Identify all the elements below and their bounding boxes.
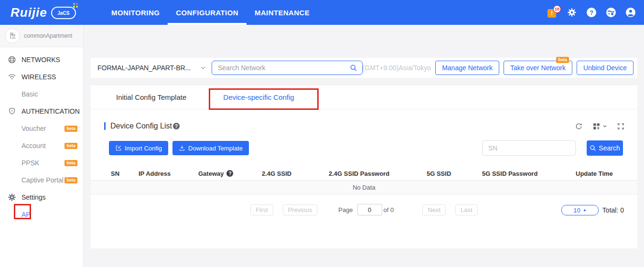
pagination-controls: First Previous Page of 0 Next Last (91, 204, 637, 215)
brand-sub-text: JaCS (57, 11, 69, 16)
beta-badge: beta (64, 177, 77, 183)
manage-network-button[interactable]: Manage Network (435, 61, 499, 75)
sidebar-item-voucher[interactable]: Voucher beta (0, 120, 83, 137)
settings-gear-icon[interactable] (567, 8, 577, 17)
tab-device-specific-config[interactable]: Device-specific Config (211, 85, 306, 109)
import-icon (115, 145, 122, 151)
sidebar-item-networks[interactable]: NETWORKS (0, 51, 83, 68)
wifi-icon (8, 73, 16, 81)
sidebar-item-ap[interactable]: AP (0, 206, 83, 223)
sidebar-nav: NETWORKS WIRELESS Basic AUTHENTICATION (0, 47, 83, 223)
expand-icon[interactable] (617, 122, 625, 130)
col-24g-ssid: 2.4G SSID (262, 170, 329, 177)
account-icon[interactable] (626, 8, 635, 17)
timezone-label: (GMT+9:00)Asia/Tokyo (363, 64, 431, 72)
device-config-list-header: Device Config List ? (91, 118, 637, 134)
sn-search-input[interactable] (482, 140, 576, 156)
nav-configuration[interactable]: CONFIGURATION (168, 0, 247, 25)
notification-count-badge: 10 (553, 5, 561, 13)
unbind-device-button[interactable]: Unbind Device (577, 61, 633, 75)
help-icon[interactable]: ? (587, 8, 596, 17)
notification-icon[interactable]: ! 10 (547, 8, 557, 17)
col-sn: SN (111, 170, 139, 177)
config-tabs: Initial Config Template Device-specific … (91, 85, 637, 109)
col-ip-address: IP Address (139, 170, 198, 177)
sidebar-item-basic[interactable]: Basic (0, 85, 83, 103)
column-settings-icon[interactable] (592, 122, 607, 130)
network-selector-value: FORMAL-JAPAN_APART-BR... (97, 64, 191, 72)
top-bar: Ruijie JaCS MONITORING CONFIGURATION MAI… (0, 0, 644, 25)
beta-badge: beta (556, 57, 569, 63)
page-of-total-label: of 0 (384, 206, 394, 214)
globe-icon (8, 55, 16, 64)
account-name: commonApartment (24, 32, 72, 39)
beta-badge: beta (64, 160, 77, 166)
beta-badge: beta (64, 126, 77, 132)
sidebar: commonApartment NETWORKS WIRELESS Basic (0, 25, 84, 267)
network-search-input[interactable] (212, 64, 362, 72)
network-search-box (212, 61, 363, 75)
account-strip: commonApartment (0, 25, 83, 47)
chevron-down-icon (602, 124, 607, 128)
brand-text: Ruijie (11, 6, 47, 19)
col-24g-ssid-password: 2.4G SSID Password (329, 170, 427, 177)
download-template-button[interactable]: Download Template (172, 141, 249, 155)
nav-monitoring[interactable]: MONITORING (103, 0, 168, 25)
col-5g-ssid-password: 5G SSID Password (482, 170, 576, 177)
sidebar-item-ppsk[interactable]: PPSK beta (0, 154, 83, 171)
page-label: Page (338, 206, 353, 214)
tab-initial-config-template[interactable]: Initial Config Template (104, 85, 198, 109)
col-gateway: Gateway ? (198, 170, 262, 177)
sidebar-item-wireless[interactable]: WIRELESS (0, 68, 83, 85)
top-navigation: MONITORING CONFIGURATION MAINTENANCE (103, 0, 318, 25)
sidebar-item-captive-portal[interactable]: Captive Portal beta (0, 171, 83, 189)
device-config-table: SN IP Address Gateway ? 2.4G SSID 2.4G S… (91, 167, 637, 194)
language-globe-icon[interactable] (606, 8, 616, 17)
network-toolbar: FORMAL-JAPAN_APART-BR... (GMT+9:00)Asia/… (91, 58, 637, 78)
empty-state-row: No Data (91, 181, 637, 194)
pagination: First Previous Page of 0 Next Last 10 ▲ … (91, 204, 637, 218)
network-selector-dropdown[interactable]: FORMAL-JAPAN_APART-BR... (97, 64, 208, 72)
shield-icon (8, 107, 16, 116)
list-actions-row: Import Config Download Template Search (91, 140, 637, 156)
ruijie-logo: Ruijie JaCS (0, 0, 96, 25)
account-avatar-icon[interactable] (5, 28, 20, 43)
config-panel: Initial Config Template Device-specific … (91, 85, 637, 248)
sidebar-item-authentication[interactable]: AUTHENTICATION (0, 103, 83, 120)
chevron-up-icon: ▲ (583, 208, 587, 212)
import-config-button[interactable]: Import Config (109, 141, 168, 155)
page-number-input[interactable] (357, 204, 382, 215)
total-count-label: Total: 0 (602, 206, 624, 214)
table-header-row: SN IP Address Gateway ? 2.4G SSID 2.4G S… (91, 167, 637, 181)
last-page-button[interactable]: Last (455, 204, 478, 215)
nav-maintenance[interactable]: MAINTENANCE (247, 0, 318, 25)
chevron-down-icon (200, 65, 206, 71)
panel-tools (575, 122, 625, 130)
cloud-dots-decoration (73, 3, 78, 8)
top-actions: ! 10 ? (547, 0, 644, 25)
refresh-icon[interactable] (575, 122, 583, 130)
title-accent-bar (104, 122, 106, 130)
search-icon (590, 145, 596, 151)
help-tooltip-icon[interactable]: ? (173, 123, 180, 129)
panel-title: Device Config List (110, 122, 172, 130)
col-update-time: Update Time (576, 170, 637, 177)
take-over-network-button[interactable]: Take over Network beta (504, 61, 572, 75)
first-page-button[interactable]: First (250, 204, 273, 215)
jacs-cloud-logo: JaCS (51, 7, 76, 19)
sidebar-item-account[interactable]: Account beta (0, 137, 83, 154)
col-5g-ssid: 5G SSID (427, 170, 482, 177)
pagination-right: 10 ▲ Total: 0 (561, 205, 624, 215)
next-page-button[interactable]: Next (422, 204, 446, 215)
page-size-select[interactable]: 10 ▲ (561, 205, 599, 215)
previous-page-button[interactable]: Previous (283, 204, 318, 215)
gear-icon (8, 193, 16, 202)
search-button[interactable]: Search (587, 140, 623, 156)
beta-badge: beta (64, 143, 77, 149)
gateway-help-icon[interactable]: ? (226, 170, 233, 177)
download-icon (179, 145, 185, 151)
sidebar-item-settings[interactable]: Settings (0, 189, 83, 206)
search-icon[interactable] (350, 64, 357, 72)
